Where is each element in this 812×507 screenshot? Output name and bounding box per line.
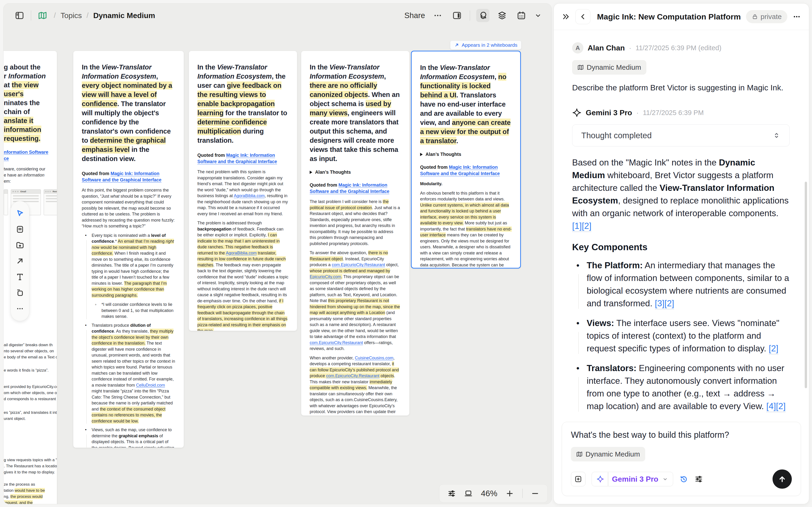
attach-button[interactable] xyxy=(571,472,586,486)
send-button[interactable] xyxy=(772,469,792,489)
context-chip-label: Dynamic Medium xyxy=(587,63,641,71)
quoted-from: Quoted from Magic Ink: Information Softw… xyxy=(197,152,289,165)
chat-bubbles-icon xyxy=(478,11,488,20)
calendar-button[interactable] xyxy=(515,9,528,22)
layers-button[interactable] xyxy=(496,9,509,22)
presentation-button[interactable] xyxy=(464,489,473,498)
history-clock-icon xyxy=(679,474,688,484)
message-separator: · xyxy=(629,44,631,52)
laptop-icon xyxy=(464,489,473,498)
quoted-from: Quoted from Magic Ink: Information Softw… xyxy=(420,164,512,177)
breadcrumb-page-title[interactable]: Dynamic Medium xyxy=(93,11,155,20)
thoughts-toggle[interactable]: Alan’s Thoughts xyxy=(420,152,512,157)
ellipsis-icon xyxy=(15,304,24,313)
arrow-tool[interactable] xyxy=(15,256,25,266)
chat-settings-button[interactable] xyxy=(694,474,703,484)
frame-tool[interactable] xyxy=(15,288,25,298)
chat-panel-button[interactable] xyxy=(476,9,490,22)
card-heading: In the View-Translator Information Ecosy… xyxy=(82,63,175,163)
assistant-name: Gemini 3 Pro xyxy=(586,108,632,117)
paragraph: The problem is addressed through backpro… xyxy=(197,220,289,331)
context-chip[interactable]: Dynamic Medium xyxy=(572,60,646,75)
section-heading: Key Components xyxy=(572,241,790,253)
ellipsis-icon xyxy=(793,12,801,21)
appears-in-whiteboards-badge[interactable]: Appears in 2 whiteboards xyxy=(450,41,521,50)
zoom-level[interactable]: 46% xyxy=(481,489,497,498)
card-body: Modularity.An obvious benefit to this pl… xyxy=(420,181,512,269)
import-tool[interactable] xyxy=(15,240,25,250)
note-tool[interactable] xyxy=(15,224,25,234)
note-card-feedback[interactable]: In the View-Translator Information Ecosy… xyxy=(189,51,297,331)
note-card-modularity[interactable]: In the View-Translator Information Ecosy… xyxy=(411,51,521,269)
note-card-confidence[interactable]: In the View-Translator Information Ecosy… xyxy=(73,51,184,448)
chat-messages[interactable]: A Alan Chan · 11/27/2025 6:39 PM (edited… xyxy=(554,30,809,415)
more-options-button[interactable] xyxy=(431,9,444,22)
clipped-text-fragment: ze the process astation would have to be… xyxy=(4,482,57,504)
note-card-protocols[interactable]: In the View-Translator Information Ecosy… xyxy=(301,51,410,416)
input-context-chip[interactable]: Dynamic Medium xyxy=(571,447,645,461)
thought-status-expander[interactable]: Thought completed xyxy=(572,124,790,147)
canvas-settings-button[interactable] xyxy=(447,489,456,498)
breadcrumb-separator: / xyxy=(87,11,89,20)
whiteboard-home-button[interactable] xyxy=(36,9,49,22)
canvas-tool-rail xyxy=(11,201,30,321)
map-icon xyxy=(577,64,584,71)
assistant-message-header: Gemini 3 Pro · 11/27/2025 6:39 PM xyxy=(572,108,790,117)
model-selector[interactable]: Gemini 3 Pro xyxy=(592,472,673,486)
toolbar-divider xyxy=(470,10,470,21)
map-icon xyxy=(38,11,47,20)
card-heading: In the View-Translator Information Ecosy… xyxy=(310,63,401,163)
source-link[interactable]: nformation Software xyxy=(4,150,48,155)
source-link[interactable]: ce xyxy=(4,156,9,161)
whiteboard-canvas[interactable]: Appears in 2 whiteboards xyxy=(4,27,551,504)
collapse-panel-button[interactable] xyxy=(562,12,570,21)
card-body: The last problem I will consider here is… xyxy=(310,199,401,416)
draft-message-text[interactable]: What's the best way to build this platfo… xyxy=(571,430,792,440)
chat-scrollbar[interactable] xyxy=(805,182,807,388)
arrow-up-icon xyxy=(777,474,787,484)
whiteboard-pane: / Topics / Dynamic Medium Share xyxy=(3,3,552,504)
chat-title: Magic Ink: New Computation Platform xyxy=(597,12,741,21)
panel-right-icon xyxy=(452,11,462,20)
paragraph: To answer the above question, there is n… xyxy=(310,250,401,352)
model-pill-divider xyxy=(608,472,608,486)
paragraph: At this point, the biggest problem conce… xyxy=(82,187,175,229)
minus-icon xyxy=(531,489,540,498)
paragraph: When another provider, CuisineCousins.co… xyxy=(310,355,401,416)
paragraph: The last problem I will consider here is… xyxy=(310,199,401,247)
breadcrumb-topics[interactable]: Topics xyxy=(61,11,82,20)
list-item: The Platform: An intermediary that manag… xyxy=(572,259,790,310)
text-tool-icon xyxy=(15,273,24,281)
zoom-out-button[interactable] xyxy=(531,489,540,498)
sub-list-item: *I will consider confidence levels to li… xyxy=(92,301,175,320)
chat-more-button[interactable] xyxy=(793,12,801,21)
input-chip-label: Dynamic Medium xyxy=(586,450,640,458)
play-icon xyxy=(310,171,312,174)
toggle-left-sidebar-button[interactable] xyxy=(13,9,26,22)
canvas-zoom-bar: 46% xyxy=(439,484,548,503)
ellipsis-icon xyxy=(433,11,443,20)
chat-input-box[interactable]: What's the best way to build this platfo… xyxy=(562,422,801,496)
zoom-in-button[interactable] xyxy=(505,489,514,498)
history-button[interactable] xyxy=(679,474,688,484)
back-button[interactable] xyxy=(575,9,591,24)
gemini-star-icon xyxy=(597,475,604,483)
thoughts-toggle[interactable]: Alan’s Thoughts xyxy=(310,169,401,175)
share-button[interactable]: Share xyxy=(404,11,425,20)
select-tool[interactable] xyxy=(15,208,25,219)
sliders-icon xyxy=(447,489,456,498)
text-tool[interactable] xyxy=(15,272,25,282)
paragraph: The next problem with this system is ina… xyxy=(197,169,289,217)
clipped-text-fragment: es “pizza”, and translates it intourant … xyxy=(4,410,57,422)
card-heading: In the View-Translator Information Ecosy… xyxy=(197,63,289,145)
canvas-toolbar: / Topics / Dynamic Medium Share xyxy=(4,3,551,27)
avatar: A xyxy=(572,42,583,54)
toolbar-expand-button[interactable] xyxy=(534,9,542,22)
chat-panel: Magic Ink: New Computation Platform priv… xyxy=(554,3,809,504)
app-window: / Topics / Dynamic Medium Share xyxy=(0,0,812,507)
screenshot-thumbnail: Restaurant Guide xyxy=(44,189,57,215)
more-tools[interactable] xyxy=(15,303,25,314)
toggle-right-panel-button[interactable] xyxy=(450,9,464,22)
panel-left-icon xyxy=(15,11,24,20)
map-icon xyxy=(576,451,583,457)
